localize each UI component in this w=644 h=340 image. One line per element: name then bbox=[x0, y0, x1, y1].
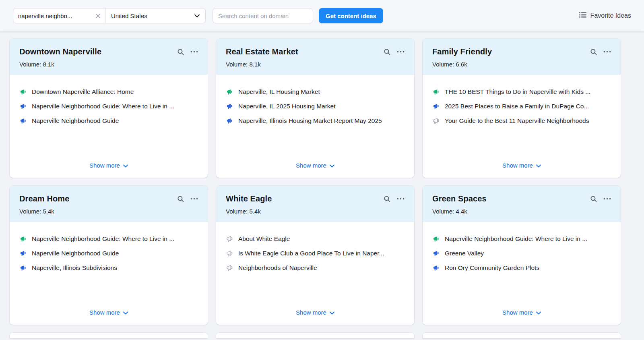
search-query-value: naperville neighbo... bbox=[18, 12, 92, 19]
search-icon[interactable] bbox=[177, 195, 184, 203]
domain-search-input[interactable] bbox=[213, 8, 313, 23]
search-icon[interactable] bbox=[177, 48, 184, 56]
headline-item[interactable]: Naperville, Illinois Subdivisions bbox=[19, 261, 198, 275]
show-more-button[interactable]: Show more bbox=[502, 303, 541, 316]
headline-text: Naperville, IL 2025 Housing Market bbox=[238, 103, 336, 110]
headline-item[interactable]: Naperville Neighborhood Guide bbox=[19, 246, 198, 261]
favorite-ideas-button[interactable]: Favorite Ideas bbox=[579, 12, 631, 19]
topic-card-green-spaces: Green Spaces Volume: 4.4k Naperville Nei… bbox=[423, 186, 621, 325]
card-header: Downtown Naperville Volume: 8.1k bbox=[10, 39, 208, 75]
headline-item[interactable]: Naperville, IL Housing Market bbox=[226, 85, 405, 99]
show-more-button[interactable]: Show more bbox=[296, 156, 334, 169]
card-body: Naperville Neighborhood Guide: Where to … bbox=[10, 222, 208, 325]
headline-item[interactable]: Greene Valley bbox=[432, 246, 611, 261]
more-options-icon[interactable] bbox=[397, 51, 405, 53]
card-body: THE 10 BEST Things to Do in Naperville w… bbox=[423, 75, 621, 178]
megaphone-icon bbox=[226, 265, 233, 272]
search-icon[interactable] bbox=[590, 48, 597, 56]
search-icon[interactable] bbox=[384, 195, 391, 203]
headline-text: THE 10 BEST Things to Do in Naperville w… bbox=[445, 88, 590, 95]
topic-card-white-eagle: White Eagle Volume: 5.4k About White Eag… bbox=[216, 186, 414, 325]
chevron-down-icon bbox=[536, 162, 541, 169]
headline-text: Naperville, Illinois Subdivisions bbox=[32, 264, 117, 272]
clear-query-icon[interactable] bbox=[96, 14, 100, 18]
megaphone-icon bbox=[226, 118, 233, 124]
headline-item[interactable]: Naperville Neighborhood Guide bbox=[19, 114, 198, 128]
topic-card-partial bbox=[10, 333, 208, 338]
more-options-icon[interactable] bbox=[190, 198, 198, 200]
headline-item[interactable]: Downtown Naperville Alliance: Home bbox=[19, 85, 198, 99]
search-query-input[interactable]: naperville neighbo... bbox=[13, 8, 105, 23]
country-select-value: United States bbox=[111, 12, 147, 19]
chevron-down-icon bbox=[123, 309, 128, 316]
megaphone-icon bbox=[19, 265, 27, 272]
more-options-icon[interactable] bbox=[397, 198, 405, 200]
headline-item[interactable]: Is White Eagle Club a Good Place To Live… bbox=[226, 246, 405, 261]
card-title: Family Friendly bbox=[432, 47, 492, 56]
list-icon bbox=[579, 12, 586, 19]
headline-item[interactable]: Naperville Neighborhood Guide: Where to … bbox=[19, 232, 198, 246]
megaphone-icon bbox=[226, 236, 233, 243]
headline-item[interactable]: THE 10 BEST Things to Do in Naperville w… bbox=[432, 85, 611, 99]
megaphone-icon bbox=[432, 236, 440, 243]
headline-text: Naperville, IL Housing Market bbox=[238, 88, 320, 95]
megaphone-icon bbox=[432, 265, 440, 272]
card-title: Downtown Naperville bbox=[19, 47, 101, 56]
megaphone-icon bbox=[19, 118, 27, 124]
show-more-button[interactable]: Show more bbox=[296, 303, 334, 316]
megaphone-icon bbox=[432, 250, 440, 257]
megaphone-icon bbox=[432, 118, 440, 124]
show-more-button[interactable]: Show more bbox=[89, 156, 128, 169]
show-more-label: Show more bbox=[502, 162, 533, 169]
headline-item[interactable]: Naperville Neighborhood Guide: Where to … bbox=[432, 232, 611, 246]
headline-text: About White Eagle bbox=[238, 235, 290, 243]
headline-item[interactable]: Naperville Neighborhood Guide: Where to … bbox=[19, 99, 198, 114]
headline-text: Naperville Neighborhood Guide: Where to … bbox=[445, 235, 587, 243]
volume-label: Volume: 8.1k bbox=[226, 61, 405, 68]
headline-item[interactable]: Your Guide to the Best 11 Naperville Nei… bbox=[432, 114, 611, 128]
topic-card-family-friendly: Family Friendly Volume: 6.6k THE 10 BEST… bbox=[423, 39, 621, 178]
show-more-button[interactable]: Show more bbox=[89, 303, 128, 316]
chevron-down-icon bbox=[536, 309, 541, 316]
more-options-icon[interactable] bbox=[190, 51, 198, 53]
megaphone-icon bbox=[226, 103, 233, 110]
headline-text: Your Guide to the Best 11 Naperville Nei… bbox=[445, 117, 589, 124]
next-row-cards-cutoff bbox=[0, 325, 644, 338]
show-more-button[interactable]: Show more bbox=[502, 156, 541, 169]
headline-item[interactable]: Naperville, Illinois Housing Market Repo… bbox=[226, 114, 405, 128]
chevron-down-icon bbox=[194, 12, 200, 19]
get-content-ideas-button[interactable]: Get content ideas bbox=[319, 8, 383, 23]
card-title: White Eagle bbox=[226, 194, 272, 203]
headline-item[interactable]: About White Eagle bbox=[226, 232, 405, 246]
megaphone-icon bbox=[19, 250, 27, 257]
headline-text: Ron Ory Community Garden Plots bbox=[445, 264, 539, 272]
card-header: Real Estate Market Volume: 8.1k bbox=[216, 39, 414, 75]
show-more-label: Show more bbox=[296, 162, 326, 169]
more-options-icon[interactable] bbox=[603, 198, 611, 200]
headline-item[interactable]: Neighborhoods of Naperville bbox=[226, 261, 405, 275]
volume-label: Volume: 6.6k bbox=[432, 61, 611, 68]
volume-label: Volume: 8.1k bbox=[19, 61, 198, 68]
card-header: White Eagle Volume: 5.4k bbox=[216, 186, 414, 222]
card-body: Naperville Neighborhood Guide: Where to … bbox=[423, 222, 621, 325]
favorite-ideas-label: Favorite Ideas bbox=[590, 12, 631, 19]
chevron-down-icon bbox=[330, 162, 334, 169]
headline-item[interactable]: Naperville, IL 2025 Housing Market bbox=[226, 99, 405, 114]
chevron-down-icon bbox=[123, 162, 128, 169]
card-body: Naperville, IL Housing Market Naperville… bbox=[216, 75, 414, 178]
headline-item[interactable]: Ron Ory Community Garden Plots bbox=[432, 261, 611, 275]
megaphone-icon bbox=[226, 250, 233, 257]
topic-card-dream-home: Dream Home Volume: 5.4k Naperville Neigh… bbox=[10, 186, 208, 325]
headline-text: Naperville Neighborhood Guide: Where to … bbox=[32, 103, 174, 110]
more-options-icon[interactable] bbox=[603, 51, 611, 53]
search-icon[interactable] bbox=[384, 48, 391, 56]
card-header: Family Friendly Volume: 6.6k bbox=[423, 39, 621, 75]
headline-text: Naperville, Illinois Housing Market Repo… bbox=[238, 117, 382, 124]
headline-text: Greene Valley bbox=[445, 250, 484, 257]
volume-label: Volume: 4.4k bbox=[432, 208, 611, 215]
search-icon[interactable] bbox=[590, 195, 597, 203]
megaphone-icon bbox=[432, 89, 440, 95]
card-body: Downtown Naperville Alliance: Home Naper… bbox=[10, 75, 208, 178]
headline-item[interactable]: 2025 Best Places to Raise a Family in Du… bbox=[432, 99, 611, 114]
country-select[interactable]: United States bbox=[105, 8, 205, 23]
